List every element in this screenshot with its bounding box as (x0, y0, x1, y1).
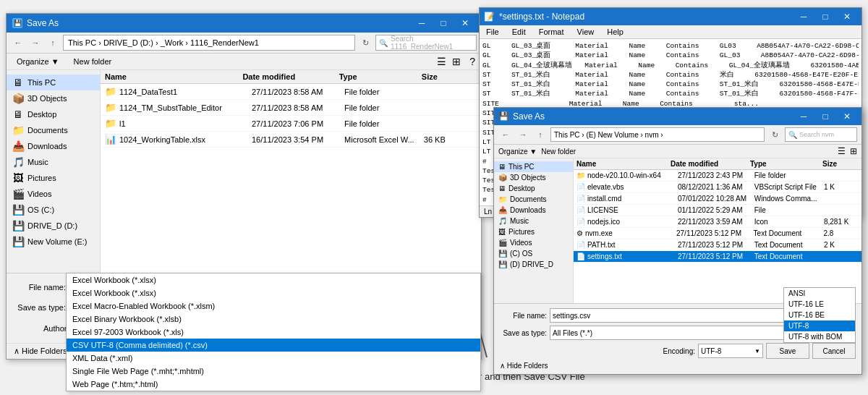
enc-utf8[interactable]: UTF-8 (784, 320, 855, 331)
sidebar-item-drive-d[interactable]: 💾 DRIVE_D (D:) (7, 218, 100, 234)
inner-cancel-btn[interactable]: Cancel (812, 343, 856, 359)
encoding-dropdown[interactable]: ANSI UTF-16 LE UTF-16 BE UTF-8 UTF-8 wit… (783, 287, 856, 343)
inner-sidebar-this-pc[interactable]: 🖥 This PC (494, 161, 573, 172)
table-row[interactable]: 📊 1024_WorkingTable.xlsx 16/11/2023 3:54… (101, 132, 481, 148)
sidebar-item-documents[interactable]: 📁 Documents (7, 122, 100, 138)
table-row[interactable]: 📁 1124_DataTest1 27/11/2023 8:58 AM File… (101, 84, 481, 100)
inner-sidebar-os-c[interactable]: 💾 (C) OS (494, 248, 573, 259)
inner-encoding-row: Encoding: UTF-8 ▼ ANSI UTF-16 LE UTF-16 … (500, 343, 856, 359)
inner-forward[interactable]: → (516, 127, 530, 142)
menu-help[interactable]: Help (605, 27, 626, 37)
col-type-header[interactable]: Type (339, 72, 422, 81)
new-folder-button[interactable]: New folder (69, 56, 116, 67)
enc-utf8bom[interactable]: UTF-8 with BOM (784, 331, 855, 342)
dropdown-item-xlsx[interactable]: Excel Workbook (*.xlsx) (67, 273, 480, 286)
inner-sidebar-drive-d[interactable]: 💾 (D) DRIVE_D (494, 259, 573, 270)
table-row[interactable]: ⚙ nvm.exe 27/11/2023 5:12 PM Text Docume… (574, 228, 861, 239)
inner-col-size[interactable]: Size (822, 160, 859, 168)
col-size-header[interactable]: Size (422, 72, 477, 81)
dropdown-item-xls[interactable]: Excel 97-2003 Workbook (*.xls) (67, 326, 480, 339)
inner-maximize[interactable]: □ (815, 110, 835, 123)
inner-organize-btn[interactable]: Organize ▼ (498, 148, 537, 156)
encoding-select[interactable]: UTF-8 ▼ (698, 344, 763, 358)
search-box[interactable]: 🔍 Search 1116_RenderNew1 (375, 35, 477, 51)
up-button[interactable]: ↑ (46, 35, 60, 50)
inner-sidebar-music[interactable]: 🎵 Music (494, 216, 573, 226)
table-row[interactable]: 📁 l1 27/11/2023 7:06 PM File folder (101, 116, 481, 132)
col-date-header[interactable]: Date modified (242, 72, 339, 81)
notepad-close[interactable]: ✕ (837, 10, 857, 23)
maximize-button[interactable]: □ (433, 17, 454, 30)
col-name-header[interactable]: Name (105, 72, 242, 81)
view-icon[interactable]: ⊞ (452, 56, 461, 67)
enc-ansi[interactable]: ANSI (784, 288, 855, 299)
table-row[interactable]: 📄 elevate.vbs 08/12/2021 1:36 AM VBScrip… (574, 182, 861, 193)
inner-up[interactable]: ↑ (533, 127, 548, 142)
inner-col-type[interactable]: Type (750, 160, 822, 168)
table-row[interactable]: 📁 1124_TM_SubstTable_Editor 27/11/2023 8… (101, 100, 481, 116)
dropdown-item-xlsx2[interactable]: Excel Workbook (*.xlsx) (67, 286, 480, 300)
dropdown-item-csv-utf8[interactable]: CSV UTF-8 (Comma delimited) (*.csv) (67, 339, 480, 352)
close-button[interactable]: ✕ (455, 17, 475, 30)
sidebar-item-os-c[interactable]: 💾 OS (C:) (7, 202, 100, 218)
menu-file[interactable]: File (484, 27, 501, 37)
refresh-button[interactable]: ↻ (358, 35, 373, 50)
sidebar-item-desktop[interactable]: 🖥 Desktop (7, 106, 100, 122)
dropdown-item-htm[interactable]: Web Page (*.htm;*.html) (67, 378, 480, 391)
table-row[interactable]: 📁 node-v20.10.0-win-x64 27/11/2023 2:43 … (574, 170, 861, 182)
inner-minimize[interactable]: ─ (793, 110, 814, 123)
dialog-titlebar: 💾 Save As ─ □ ✕ (7, 14, 481, 33)
inner-hide-folders[interactable]: ∧ Hide Folders (500, 362, 856, 370)
dropdown-item-xml[interactable]: XML Data (*.xml) (67, 352, 480, 365)
dropdown-item-xlsb[interactable]: Excel Binary Workbook (*.xlsb) (67, 313, 480, 326)
inner-sidebar-downloads[interactable]: 📥 Downloads (494, 205, 573, 216)
inner-close[interactable]: ✕ (837, 110, 857, 123)
table-row[interactable]: 📄 install.cmd 07/01/2022 10:28 AM Window… (574, 193, 861, 205)
dropdown-item-xlsm[interactable]: Excel Macro-Enabled Workbook (*.xlsm) (67, 300, 480, 313)
save-type-dropdown[interactable]: Excel Workbook (*.xlsx) Excel Workbook (… (66, 273, 481, 391)
hide-folders-toggle[interactable]: ∧ Hide Folders (14, 347, 67, 356)
dialog-icon: 💾 (12, 18, 22, 28)
back-button[interactable]: ← (11, 35, 25, 50)
table-row[interactable]: 📄 PATH.txt 27/11/2023 5:12 PM Text Docum… (574, 239, 861, 251)
sidebar-item-videos[interactable]: 🎬 Videos (7, 186, 100, 202)
inner-sidebar-pictures[interactable]: 🖼 Pictures (494, 226, 573, 237)
enc-utf16be[interactable]: UTF-16 BE (784, 310, 855, 320)
inner-save-btn[interactable]: Save (766, 343, 809, 359)
sidebar-item-this-pc[interactable]: 🖥 This PC (7, 75, 100, 90)
notepad-minimize[interactable]: ─ (793, 10, 814, 23)
forward-button[interactable]: → (28, 35, 43, 50)
menu-edit[interactable]: Edit (510, 27, 528, 37)
table-row[interactable]: 📄 LICENSE 01/11/2022 5:29 AM File (574, 205, 861, 216)
inner-col-date[interactable]: Date modified (671, 160, 750, 168)
minimize-button[interactable]: ─ (412, 17, 432, 30)
menu-view[interactable]: View (575, 27, 597, 37)
view-toggle[interactable]: ☰ (437, 56, 446, 67)
table-row[interactable]: 📄 settings.txt 27/11/2023 5:12 PM Text D… (574, 251, 861, 263)
inner-back[interactable]: ← (498, 127, 513, 142)
sidebar-item-downloads[interactable]: 📥 Downloads (7, 138, 100, 154)
inner-sidebar-videos[interactable]: 🎬 Videos (494, 237, 573, 248)
inner-sidebar-3d[interactable]: 📦 3D Objects (494, 172, 573, 183)
dropdown-item-mht[interactable]: Single File Web Page (*.mht;*.mhtml) (67, 365, 480, 378)
sidebar-item-pictures[interactable]: 🖼 Pictures (7, 170, 100, 186)
inner-col-name[interactable]: Name (576, 160, 671, 168)
inner-view-toggle[interactable]: ☰ (838, 146, 846, 156)
notepad-maximize[interactable]: □ (815, 10, 835, 23)
breadcrumb[interactable]: This PC › DRIVE_D (D:) › _Work › 1116_Re… (63, 35, 355, 51)
enc-utf16le[interactable]: UTF-16 LE (784, 299, 855, 310)
sidebar-item-music[interactable]: 🎵 Music (7, 154, 100, 170)
help-button[interactable]: ? (469, 56, 475, 67)
inner-new-folder-btn[interactable]: New folder (541, 148, 576, 156)
sidebar-item-new-volume-e[interactable]: 💾 New Volume (E:) (7, 234, 100, 250)
inner-sidebar-docs[interactable]: 📁 Documents (494, 194, 573, 205)
inner-view-icon[interactable]: ⊞ (850, 146, 857, 156)
inner-search[interactable]: 🔍 Search nvm (785, 127, 857, 142)
inner-sidebar-desktop[interactable]: 🖥 Desktop (494, 183, 573, 194)
inner-breadcrumb[interactable]: This PC › (E) New Volume › nvm › (550, 127, 765, 142)
table-row[interactable]: 📄 nodejs.ico 22/11/2023 3:59 AM Icon 8,2… (574, 216, 861, 228)
menu-format[interactable]: Format (537, 27, 566, 37)
organize-button[interactable]: Organize ▼ (12, 56, 64, 67)
inner-refresh[interactable]: ↻ (767, 127, 782, 142)
sidebar-item-3d-objects[interactable]: 📦 3D Objects (7, 90, 100, 106)
